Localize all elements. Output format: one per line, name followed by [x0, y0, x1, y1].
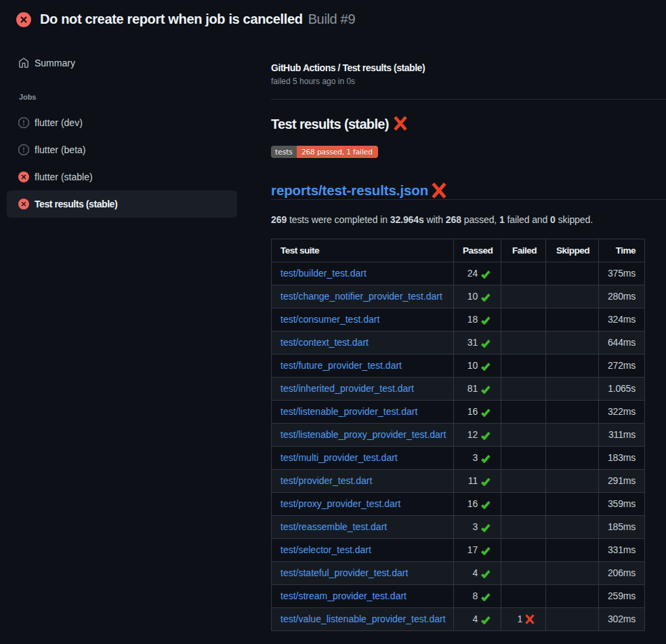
- suite-time: 324ms: [599, 308, 645, 331]
- check-mark-icon: [480, 292, 491, 302]
- passed-cell: 16: [454, 401, 501, 424]
- run-status-line: failed 5 hours ago in 0s: [271, 77, 666, 87]
- failed-cell: [501, 585, 546, 608]
- test-suite-link[interactable]: test/stateful_provider_test.dart: [280, 566, 408, 580]
- passed-cell: 18: [454, 308, 501, 331]
- passed-cell: 4: [454, 608, 501, 631]
- failed-cell: [501, 539, 546, 562]
- skipped-cell: [546, 355, 599, 378]
- passed-count: 17: [467, 544, 478, 555]
- suite-time: 183ms: [599, 447, 645, 470]
- skipped-cell: [546, 539, 599, 562]
- skipped-cell: [546, 516, 599, 539]
- sidebar-job-label: flutter (beta): [35, 144, 85, 155]
- suite-time: 359ms: [599, 493, 645, 516]
- run-build-number: Build #9: [308, 12, 356, 27]
- table-row: test/listenable_provider_test.dart16322m…: [272, 401, 645, 424]
- failed-cell: 1: [501, 608, 546, 631]
- passed-cell: 3: [454, 516, 501, 539]
- table-row: test/provider_test.dart11291ms: [272, 470, 645, 493]
- test-suite-link[interactable]: test/context_test.dart: [280, 336, 369, 350]
- test-suite-link[interactable]: test/consumer_test.dart: [280, 313, 379, 327]
- badge-label: tests: [271, 146, 297, 158]
- passed-cell: 11: [454, 470, 501, 493]
- test-suite-link[interactable]: test/listenable_provider_test.dart: [280, 405, 417, 419]
- test-results-table: Test suitePassedFailedSkippedTime test/b…: [271, 239, 645, 631]
- passed-count: 10: [467, 291, 478, 302]
- sidebar-job-item[interactable]: flutter (beta): [7, 136, 237, 163]
- test-suite-link[interactable]: test/stream_provider_test.dart: [280, 589, 407, 603]
- skipped-cell: [546, 585, 599, 608]
- passed-count: 3: [472, 521, 478, 532]
- suite-time: 185ms: [599, 516, 645, 539]
- suite-time: 1.065s: [599, 378, 645, 401]
- table-row: test/inherited_provider_test.dart811.065…: [272, 378, 645, 401]
- report-heading: reports/test-results.json: [271, 182, 666, 200]
- suite-time: 644ms: [599, 331, 645, 355]
- check-mark-icon: [480, 500, 491, 509]
- table-row: test/value_listenable_provider_test.dart…: [272, 608, 645, 631]
- test-suite-link[interactable]: test/future_provider_test.dart: [280, 359, 402, 373]
- cancelled-icon: [18, 144, 29, 155]
- check-mark-icon: [480, 361, 491, 371]
- suite-time: 291ms: [599, 470, 645, 493]
- table-row: test/consumer_test.dart18324ms: [272, 308, 645, 331]
- check-mark-icon: [480, 569, 491, 578]
- test-suite-link[interactable]: test/proxy_provider_test.dart: [280, 497, 400, 511]
- summary-segment: passed,: [461, 214, 499, 225]
- test-suite-link[interactable]: test/builder_test.dart: [280, 266, 367, 281]
- suite-cell: test/value_listenable_provider_test.dart: [272, 608, 454, 631]
- sidebar-item-label: Summary: [35, 58, 75, 68]
- check-mark-icon: [480, 407, 491, 417]
- suite-time: 206ms: [599, 562, 645, 585]
- suite-cell: test/builder_test.dart: [272, 262, 454, 285]
- check-mark-icon: [480, 592, 491, 601]
- test-suite-link[interactable]: test/reassemble_test.dart: [280, 520, 387, 534]
- divider: [271, 99, 666, 100]
- table-row: test/stateful_provider_test.dart4206ms: [272, 562, 645, 585]
- sidebar-job-item[interactable]: flutter (stable): [7, 163, 237, 190]
- failed-cell: [501, 447, 546, 470]
- sidebar: Summary Jobs flutter (dev)flutter (beta)…: [0, 39, 271, 218]
- badge-value: 268 passed, 1 failed: [297, 146, 378, 158]
- table-row: test/multi_provider_test.dart3183ms: [272, 447, 645, 470]
- failed-cell: [501, 424, 546, 447]
- cancelled-icon: [18, 117, 29, 128]
- summary-segment: 0: [550, 214, 556, 225]
- failed-cell: [501, 355, 546, 378]
- passed-cell: 17: [454, 539, 501, 562]
- suite-cell: test/multi_provider_test.dart: [272, 447, 454, 470]
- failed-cell: [501, 331, 546, 355]
- suite-time: 272ms: [599, 355, 645, 378]
- column-header-skipped: Skipped: [546, 239, 599, 262]
- suite-cell: test/context_test.dart: [272, 331, 454, 355]
- report-heading-link[interactable]: reports/test-results.json: [271, 182, 428, 199]
- suite-cell: test/stream_provider_test.dart: [272, 585, 454, 608]
- test-suite-link[interactable]: test/selector_test.dart: [280, 543, 371, 557]
- test-suite-link[interactable]: test/multi_provider_test.dart: [280, 451, 398, 465]
- suite-time: 311ms: [599, 424, 645, 447]
- sidebar-job-item[interactable]: Test results (stable): [7, 190, 237, 218]
- test-suite-link[interactable]: test/change_notifier_provider_test.dart: [280, 289, 442, 304]
- test-suite-link[interactable]: test/value_listenable_provider_test.dart: [280, 612, 446, 626]
- table-row: test/context_test.dart31644ms: [272, 331, 645, 355]
- sidebar-item-summary[interactable]: Summary: [7, 49, 237, 77]
- passed-cell: 10: [454, 285, 501, 308]
- test-suite-link[interactable]: test/inherited_provider_test.dart: [280, 382, 414, 396]
- sidebar-job-item[interactable]: flutter (dev): [7, 109, 237, 136]
- skipped-cell: [546, 262, 599, 285]
- suite-time: 375ms: [599, 262, 645, 285]
- summary-segment: failed and: [505, 214, 550, 225]
- suite-cell: test/listenable_proxy_provider_test.dart: [272, 424, 454, 447]
- suite-time: 259ms: [599, 585, 645, 608]
- test-suite-link[interactable]: test/listenable_proxy_provider_test.dart: [280, 428, 446, 442]
- check-mark-icon: [480, 546, 491, 555]
- summary-segment: 269: [271, 214, 287, 225]
- test-suite-link[interactable]: test/provider_test.dart: [280, 474, 372, 488]
- table-row: test/proxy_provider_test.dart16359ms: [272, 493, 645, 516]
- sidebar-job-label: flutter (stable): [35, 172, 93, 182]
- passed-count: 81: [467, 383, 478, 394]
- check-mark-icon: [480, 477, 491, 486]
- skipped-cell: [546, 562, 599, 585]
- failed-cell: [501, 562, 546, 585]
